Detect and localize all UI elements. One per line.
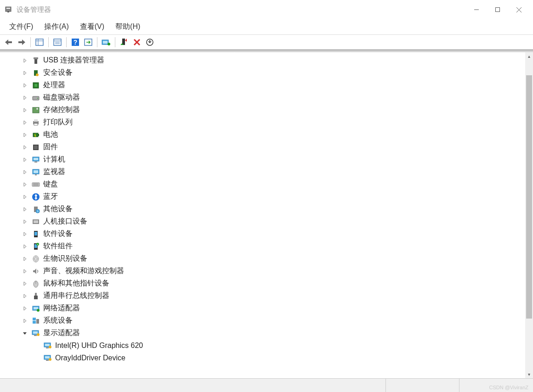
update-driver-button[interactable] <box>100 36 112 48</box>
svg-point-72 <box>37 309 40 312</box>
computer-icon <box>31 155 40 164</box>
tree-item[interactable]: USB 连接器管理器 <box>9 54 533 67</box>
expand-icon[interactable] <box>21 243 28 250</box>
svg-rect-81 <box>45 344 50 346</box>
svg-rect-85 <box>45 356 50 358</box>
expand-icon[interactable] <box>21 131 28 139</box>
tree-item-label: 软件组件 <box>43 241 73 251</box>
tree-item[interactable]: 人机接口设备 <box>9 215 533 228</box>
expand-icon[interactable] <box>21 193 28 201</box>
svg-rect-25 <box>34 57 38 59</box>
tree-item-label: 磁盘驱动器 <box>43 93 80 102</box>
tree-item-label: 处理器 <box>43 80 65 90</box>
uninstall-device-button[interactable] <box>131 36 143 48</box>
tree-item[interactable]: 鼠标和其他指针设备 <box>9 277 533 290</box>
scan-hardware-button[interactable] <box>82 36 94 48</box>
minimize-button[interactable] <box>466 2 487 17</box>
expand-icon[interactable] <box>21 94 28 101</box>
tree-child-label: OrayIddDriver Device <box>55 354 125 362</box>
expand-icon[interactable] <box>21 230 28 238</box>
status-segment <box>386 379 459 392</box>
collapse-icon[interactable] <box>21 330 28 337</box>
tree-item[interactable]: 打印队列 <box>9 116 533 129</box>
tree-item[interactable]: 处理器 <box>9 79 533 91</box>
expand-icon[interactable] <box>21 292 28 300</box>
maximize-button[interactable] <box>487 2 508 17</box>
menu-file[interactable]: 文件(F) <box>4 19 39 34</box>
svg-rect-68 <box>35 293 37 296</box>
tree-item[interactable]: 蓝牙 <box>9 190 533 203</box>
menu-view[interactable]: 查看(V) <box>74 19 110 34</box>
expand-icon[interactable] <box>21 255 28 263</box>
disable-device-button[interactable] <box>144 36 156 48</box>
svg-text:?: ? <box>74 39 78 46</box>
tree-item-label: 存储控制器 <box>43 105 80 115</box>
help-button[interactable]: ? <box>69 36 81 48</box>
software-component-icon: + <box>31 242 40 251</box>
tree-item[interactable]: 安全设备 <box>9 67 533 79</box>
expand-icon[interactable] <box>21 305 28 312</box>
tree-item-label: 通用串行总线控制器 <box>43 291 109 301</box>
expand-icon[interactable] <box>21 206 28 213</box>
security-icon <box>31 68 40 78</box>
tree-item[interactable]: 通用串行总线控制器 <box>9 290 533 302</box>
tree-item[interactable]: 键盘 <box>9 178 533 190</box>
svg-point-33 <box>36 108 38 110</box>
expand-icon[interactable] <box>21 57 28 64</box>
tree-item-label: 软件设备 <box>43 229 73 239</box>
display-icon <box>31 329 40 338</box>
properties-button[interactable] <box>51 36 63 48</box>
scrollbar-thumb[interactable] <box>526 75 532 319</box>
printer-icon <box>31 118 40 127</box>
tree-item[interactable]: 显示适配器 <box>9 327 533 339</box>
scroll-up-arrow[interactable]: ▴ <box>525 52 533 60</box>
expand-icon[interactable] <box>21 317 28 325</box>
usb-icon <box>31 291 40 301</box>
expand-icon[interactable] <box>21 69 28 77</box>
tree-item[interactable]: 软件设备 <box>9 228 533 240</box>
scrollbar[interactable]: ▴ ▾ <box>525 52 533 378</box>
show-hide-console-button[interactable] <box>34 36 45 48</box>
enable-device-button[interactable] <box>118 36 130 48</box>
tree-item-label: 其他设备 <box>43 204 73 214</box>
expand-icon[interactable] <box>21 181 28 188</box>
tree-item[interactable]: 磁盘驱动器 <box>9 91 533 104</box>
tree-child-item[interactable]: OrayIddDriver Device <box>9 352 533 364</box>
tree-item[interactable]: 存储控制器 <box>9 104 533 116</box>
close-button[interactable] <box>508 2 529 17</box>
tree-item[interactable]: 固件 <box>9 141 533 153</box>
tree-child-item[interactable]: Intel(R) UHD Graphics 620 <box>9 339 533 352</box>
statusbar <box>0 378 533 392</box>
tree-item[interactable]: 系统设备 <box>9 314 533 327</box>
tree-item[interactable]: 声音、视频和游戏控制器 <box>9 265 533 277</box>
expand-icon[interactable] <box>21 168 28 176</box>
svg-rect-29 <box>34 84 37 87</box>
tree-item[interactable]: ?其他设备 <box>9 203 533 215</box>
back-button[interactable] <box>3 36 15 48</box>
tree-item[interactable]: 网络适配器 <box>9 302 533 314</box>
tree-item[interactable]: 电池 <box>9 129 533 141</box>
expand-icon[interactable] <box>21 106 28 114</box>
tree-item[interactable]: 生物识别设备 <box>9 252 533 265</box>
expand-icon[interactable] <box>21 280 28 287</box>
expand-icon[interactable] <box>21 156 28 163</box>
forward-button[interactable] <box>16 36 28 48</box>
expand-icon[interactable] <box>21 119 28 126</box>
expand-icon[interactable] <box>21 82 28 89</box>
expand-icon[interactable] <box>21 268 28 275</box>
tree-item[interactable]: +软件组件 <box>9 240 533 252</box>
svg-point-83 <box>49 346 51 348</box>
window-controls <box>466 2 529 17</box>
tree-item-label: 声音、视频和游戏控制器 <box>43 266 124 276</box>
app-icon <box>4 5 13 14</box>
expand-icon[interactable] <box>21 144 28 151</box>
expand-icon[interactable] <box>21 218 28 225</box>
cpu-icon <box>31 81 40 90</box>
menu-help[interactable]: 帮助(H) <box>110 19 146 34</box>
scroll-down-arrow[interactable]: ▾ <box>525 370 533 378</box>
menu-action[interactable]: 操作(A) <box>39 19 74 34</box>
svg-rect-46 <box>35 174 37 175</box>
svg-rect-56 <box>34 220 38 223</box>
tree-item[interactable]: 计算机 <box>9 153 533 166</box>
tree-item[interactable]: 监视器 <box>9 166 533 178</box>
